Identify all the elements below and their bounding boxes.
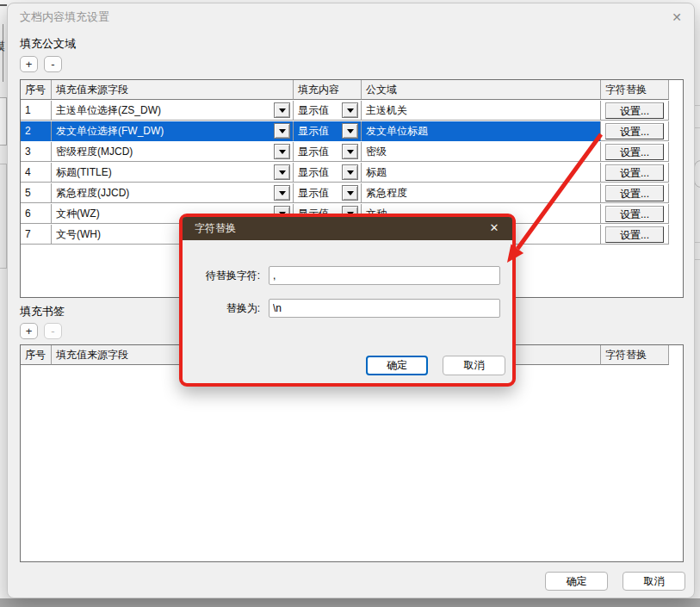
row-no: 3 xyxy=(21,142,52,162)
background-box xyxy=(0,97,7,146)
replace-cell: 设置... xyxy=(601,142,669,162)
background-line xyxy=(0,4,7,6)
background-box xyxy=(0,164,7,269)
column-header-content: 填充内容 xyxy=(294,80,362,100)
column-header-replace: 字符替换 xyxy=(601,345,669,365)
settings-button[interactable]: 设置... xyxy=(605,144,664,160)
chevron-down-icon xyxy=(279,150,286,154)
close-icon[interactable]: ✕ xyxy=(666,8,687,27)
modal-title: 字符替换 xyxy=(195,217,236,240)
settings-button[interactable]: 设置... xyxy=(605,123,664,139)
source-field-value: 标题(TITLE) xyxy=(56,166,112,178)
source-field-value: 主送单位选择(ZS_DW) xyxy=(56,104,161,116)
dropdown-button[interactable] xyxy=(274,102,290,118)
doc-field-cell: 主送机关 xyxy=(362,101,601,121)
replace-source-input[interactable] xyxy=(269,266,500,285)
settings-button[interactable]: 设置... xyxy=(605,164,664,181)
add-bookmark-button[interactable]: + xyxy=(20,323,38,339)
source-field-value: 紧急程度(JJCD) xyxy=(56,187,129,199)
row-no: 4 xyxy=(21,163,52,183)
row-no: 6 xyxy=(21,204,52,224)
column-header-source: 填充值来源字段 xyxy=(52,80,294,100)
background-window-bar xyxy=(0,598,700,607)
row-no: 2 xyxy=(21,121,52,141)
replace-cell: 设置... xyxy=(601,163,669,183)
source-field-value: 密级程度(MJCD) xyxy=(56,146,133,158)
settings-button[interactable]: 设置... xyxy=(605,102,664,119)
source-field-cell[interactable]: 标题(TITLE) xyxy=(52,163,294,183)
chevron-down-icon xyxy=(279,129,286,133)
modal-titlebar: 字符替换 ✕ xyxy=(183,217,512,240)
chevron-down-icon xyxy=(279,191,286,195)
dropdown-button[interactable] xyxy=(342,144,358,159)
source-field-cell[interactable]: 主送单位选择(ZS_DW) xyxy=(52,101,294,121)
modal-close-icon[interactable]: ✕ xyxy=(485,217,504,240)
replace-source-label: 待替换字符: xyxy=(184,266,260,285)
fill-content-value: 显示值 xyxy=(298,104,329,116)
remove-bookmark-button[interactable]: - xyxy=(44,323,62,339)
doc-field-cell: 密级 xyxy=(362,142,601,162)
chevron-down-icon xyxy=(347,108,354,113)
doc-field-cell: 标题 xyxy=(362,163,601,183)
dropdown-button[interactable] xyxy=(342,123,358,139)
dropdown-button[interactable] xyxy=(274,185,290,201)
modal-ok-button[interactable]: 确定 xyxy=(366,356,428,375)
fill-content-cell[interactable]: 显示值 xyxy=(294,163,362,183)
remove-row-button[interactable]: - xyxy=(44,56,62,72)
fill-content-value: 显示值 xyxy=(298,166,329,178)
chevron-down-icon xyxy=(279,108,286,113)
chevron-down-icon xyxy=(279,170,286,175)
doc-field-cell: 发文单位标题 xyxy=(362,121,601,141)
settings-button[interactable]: 设置... xyxy=(605,226,664,243)
dropdown-button[interactable] xyxy=(342,102,358,118)
replace-cell: 设置... xyxy=(601,225,669,245)
cancel-button[interactable]: 取消 xyxy=(623,572,685,591)
fill-content-cell[interactable]: 显示值 xyxy=(294,101,362,121)
fill-content-value: 显示值 xyxy=(298,187,329,199)
column-header-no: 序号 xyxy=(21,80,52,100)
dropdown-button[interactable] xyxy=(274,144,290,159)
background-line xyxy=(3,24,3,82)
column-header-no: 序号 xyxy=(21,345,52,365)
settings-button[interactable]: 设置... xyxy=(605,185,664,201)
screen: 模 文档内容填充设置 ✕ 填充公文域 + - 序号 填充值来源字段 填充内容 公… xyxy=(0,0,700,607)
chevron-down-icon xyxy=(347,129,354,133)
dropdown-button[interactable] xyxy=(342,164,358,180)
fill-content-cell[interactable]: 显示值 xyxy=(294,121,362,141)
replace-target-label: 替换为: xyxy=(184,299,260,318)
fill-content-cell[interactable]: 显示值 xyxy=(294,142,362,162)
dialog-title: 文档内容填充设置 xyxy=(20,9,109,25)
settings-button[interactable]: 设置... xyxy=(605,206,664,222)
section-label-gongwen: 填充公文域 xyxy=(20,36,76,52)
doc-field-cell: 紧急程度 xyxy=(362,183,601,203)
add-row-button[interactable]: + xyxy=(20,56,38,72)
dropdown-button[interactable] xyxy=(274,123,290,139)
dropdown-button[interactable] xyxy=(342,185,358,201)
source-field-cell[interactable]: 紧急程度(JJCD) xyxy=(52,183,294,203)
chevron-down-icon xyxy=(347,191,354,195)
chevron-down-icon xyxy=(347,150,354,154)
column-header-field: 公文域 xyxy=(362,80,601,100)
source-field-cell[interactable]: 密级程度(MJCD) xyxy=(52,142,294,162)
ok-button[interactable]: 确定 xyxy=(545,572,608,591)
row-no: 5 xyxy=(21,183,52,203)
section-label-bookmark: 填充书签 xyxy=(20,304,65,319)
row-no: 7 xyxy=(21,225,52,245)
column-header-replace: 字符替换 xyxy=(601,80,669,100)
source-field-cell[interactable]: 发文单位选择(FW_DW) xyxy=(52,121,294,141)
fill-content-cell[interactable]: 显示值 xyxy=(294,183,362,203)
char-replace-dialog: 字符替换 ✕ 待替换字符: 替换为: 确定 取消 xyxy=(179,214,516,387)
replace-cell: 设置... xyxy=(601,121,669,141)
replace-cell: 设置... xyxy=(601,101,669,121)
row-no: 1 xyxy=(21,101,52,121)
fill-content-value: 显示值 xyxy=(298,125,329,137)
background-partial-text: 模 xyxy=(0,39,6,53)
modal-cancel-button[interactable]: 取消 xyxy=(443,356,505,375)
chevron-down-icon xyxy=(347,170,354,175)
replace-cell: 设置... xyxy=(601,204,669,224)
background-scroll-handle xyxy=(694,160,700,188)
replace-cell: 设置... xyxy=(601,183,669,203)
source-field-value: 文种(WZ) xyxy=(56,207,100,220)
dropdown-button[interactable] xyxy=(274,164,290,180)
replace-target-input[interactable] xyxy=(269,299,500,318)
